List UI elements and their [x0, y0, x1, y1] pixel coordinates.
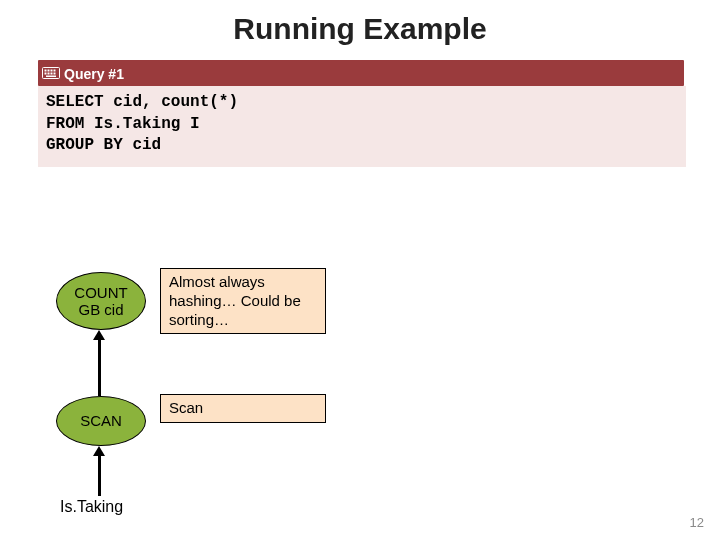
plan-node-count-label: COUNT GB cid [74, 284, 127, 319]
plan-node-count: COUNT GB cid [56, 272, 146, 330]
keyboard-icon [42, 61, 60, 87]
query-header-bar: Query #1 [38, 60, 684, 86]
svg-rect-1 [45, 70, 47, 72]
arrow-leaf-to-scan-line [98, 456, 101, 496]
sql-code-block: SELECT cid, count(*) FROM Is.Taking I GR… [38, 86, 686, 167]
annotation-count: Almost always hashing… Could be sorting… [160, 268, 326, 334]
svg-rect-5 [45, 73, 47, 75]
arrow-leaf-to-scan-head [93, 446, 105, 456]
svg-rect-3 [51, 70, 53, 72]
plan-node-scan: SCAN [56, 396, 146, 446]
svg-rect-4 [54, 70, 56, 72]
slide-title: Running Example [0, 12, 720, 46]
slide: Running Example Query #1 SELECT cid, cou… [0, 0, 720, 540]
svg-rect-7 [51, 73, 53, 75]
query-header-label: Query #1 [64, 66, 124, 82]
annotation-scan: Scan [160, 394, 326, 423]
svg-rect-8 [54, 73, 56, 75]
svg-rect-6 [48, 73, 50, 75]
arrow-scan-to-count-line [98, 340, 101, 396]
svg-rect-2 [48, 70, 50, 72]
page-number: 12 [690, 515, 704, 530]
plan-node-scan-label: SCAN [80, 412, 122, 429]
plan-leaf-label: Is.Taking [60, 498, 123, 516]
arrow-scan-to-count-head [93, 330, 105, 340]
svg-rect-9 [46, 76, 56, 78]
